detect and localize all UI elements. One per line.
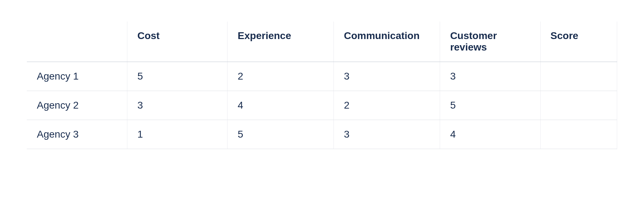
row-label: Agency 3: [27, 120, 127, 149]
cell-value: 2: [228, 62, 334, 91]
col-header-cost: Cost: [127, 22, 227, 62]
cell-value: 2: [334, 91, 440, 120]
cell-value: 3: [334, 120, 440, 149]
table-header-row: Cost Experience Communication Customer r…: [27, 22, 617, 62]
col-header-empty: [27, 22, 127, 62]
cell-value: 1: [127, 120, 227, 149]
cell-value: 3: [440, 62, 540, 91]
row-label: Agency 2: [27, 91, 127, 120]
cell-value: 5: [440, 91, 540, 120]
cell-value: 5: [127, 62, 227, 91]
col-header-experience: Experience: [228, 22, 334, 62]
cell-value: [540, 120, 617, 149]
row-label: Agency 1: [27, 62, 127, 91]
cell-value: 4: [440, 120, 540, 149]
cell-value: 4: [228, 91, 334, 120]
col-header-customer-reviews: Customer reviews: [440, 22, 540, 62]
table-row: Agency 2 3 4 2 5: [27, 91, 617, 120]
cell-value: [540, 62, 617, 91]
comparison-table: Cost Experience Communication Customer r…: [27, 22, 617, 149]
cell-value: 3: [127, 91, 227, 120]
cell-value: 3: [334, 62, 440, 91]
table-row: Agency 1 5 2 3 3: [27, 62, 617, 91]
col-header-score: Score: [540, 22, 617, 62]
cell-value: [540, 91, 617, 120]
cell-value: 5: [228, 120, 334, 149]
table-row: Agency 3 1 5 3 4: [27, 120, 617, 149]
col-header-communication: Communication: [334, 22, 440, 62]
